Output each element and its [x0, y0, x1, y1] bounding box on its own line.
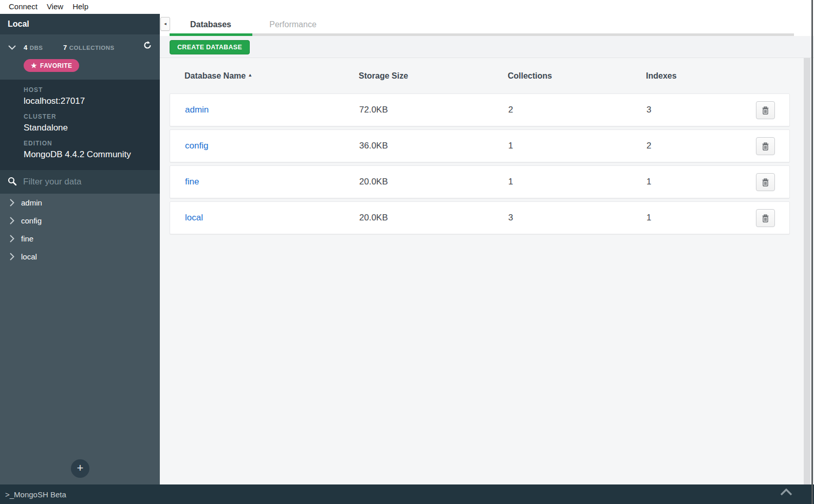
toolbar: CREATE DATABASE: [160, 36, 814, 58]
delete-database-button[interactable]: [756, 173, 775, 191]
sidebar-item-fine[interactable]: fine: [0, 230, 160, 248]
trash-icon: [762, 106, 769, 115]
sort-asc-icon: ▲: [248, 72, 252, 78]
tab-databases[interactable]: Databases: [170, 14, 252, 33]
tab-performance[interactable]: Performance: [252, 14, 334, 33]
column-database-name[interactable]: Database Name▲: [184, 68, 252, 85]
storage-size-value: 20.0KB: [359, 202, 388, 234]
menu-view[interactable]: View: [42, 0, 68, 14]
column-indexes[interactable]: Indexes: [646, 68, 677, 84]
indexes-value: 3: [646, 94, 651, 126]
main-panel: ◂ Databases Performance CREATE DATABASE …: [160, 14, 814, 484]
indexes-value: 1: [646, 166, 651, 198]
sidebar-item-config[interactable]: config: [0, 212, 160, 230]
cluster-value: Standalone: [24, 123, 160, 133]
menu-help[interactable]: Help: [68, 0, 93, 14]
mongosh-bar[interactable]: >_MongoSH Beta: [0, 484, 814, 504]
trash-icon: [762, 178, 769, 186]
host-label: HOST: [24, 86, 160, 94]
collections-value: 3: [508, 202, 513, 234]
chevron-right-icon: [10, 217, 14, 225]
storage-size-value: 36.0KB: [359, 130, 388, 162]
trash-icon: [762, 142, 769, 151]
sidebar-item-admin[interactable]: admin: [0, 194, 160, 212]
delete-database-button[interactable]: [756, 209, 775, 227]
filter-bar: [0, 170, 160, 194]
chevron-right-icon: [10, 199, 14, 207]
database-link[interactable]: config: [185, 130, 208, 162]
database-link[interactable]: fine: [185, 166, 199, 198]
favorite-label: FAVORITE: [40, 62, 72, 69]
database-link[interactable]: local: [185, 202, 203, 234]
column-storage-size[interactable]: Storage Size: [359, 68, 408, 84]
vertical-scrollbar[interactable]: [804, 58, 810, 484]
indexes-value: 2: [646, 130, 651, 162]
chevron-down-icon[interactable]: [8, 43, 16, 52]
connection-info-panel: HOST localhost:27017 CLUSTER Standalone …: [0, 80, 160, 170]
collections-label: COLLECTIONS: [69, 45, 115, 51]
sidebar: Local 4 DBS 7 COLLECTIONS ★ FAV: [0, 14, 160, 484]
sidebar-item-local[interactable]: local: [0, 248, 160, 266]
column-collections[interactable]: Collections: [508, 68, 552, 84]
edition-value: MongoDB 4.4.2 Community: [24, 150, 160, 160]
connection-title: Local: [0, 14, 160, 34]
tab-bar: Databases Performance: [160, 14, 814, 36]
host-value: localhost:27017: [24, 96, 160, 106]
chevron-up-icon[interactable]: [780, 489, 792, 497]
add-connection-button[interactable]: +: [71, 459, 89, 478]
search-icon: [8, 177, 16, 188]
storage-size-value: 72.0KB: [359, 94, 388, 126]
collections-value: 1: [508, 130, 513, 162]
chevron-right-icon: [10, 253, 14, 260]
storage-size-value: 20.0KB: [359, 166, 388, 198]
delete-database-button[interactable]: [756, 137, 775, 155]
edition-label: EDITION: [24, 140, 160, 147]
create-database-button[interactable]: CREATE DATABASE: [170, 40, 250, 54]
indexes-value: 1: [646, 202, 651, 234]
window-border: [811, 0, 813, 504]
sidebar-stats: 4 DBS 7 COLLECTIONS ★ FAVORITE: [0, 34, 160, 80]
dbs-label: DBS: [30, 45, 43, 51]
collections-value: 1: [508, 166, 513, 198]
collections-count: 7: [63, 44, 67, 51]
databases-table: Database Name▲ Storage Size Collections …: [160, 58, 814, 484]
cluster-label: CLUSTER: [24, 113, 160, 120]
table-row: config 36.0KB 1 2: [170, 129, 790, 162]
collections-value: 2: [508, 94, 513, 126]
delete-database-button[interactable]: [756, 101, 775, 119]
table-row: admin 72.0KB 2 3: [170, 94, 790, 126]
favorite-badge[interactable]: ★ FAVORITE: [24, 59, 79, 72]
chevron-right-icon: [10, 235, 14, 242]
star-icon: ★: [31, 62, 37, 69]
collapse-sidebar-button[interactable]: ◂: [160, 17, 170, 31]
refresh-icon[interactable]: [143, 41, 152, 51]
filter-input[interactable]: [23, 177, 141, 187]
table-row: local 20.0KB 3 1: [170, 201, 790, 234]
mongosh-label: >_MongoSH Beta: [5, 490, 66, 499]
trash-icon: [762, 214, 769, 222]
table-row: fine 20.0KB 1 1: [170, 165, 790, 198]
database-tree: admin config fine local: [0, 194, 160, 266]
dbs-count: 4: [24, 44, 27, 51]
database-link[interactable]: admin: [185, 94, 209, 126]
table-header: Database Name▲ Storage Size Collections …: [170, 68, 790, 84]
window-menu-bar: Connect View Help: [0, 0, 814, 14]
menu-connect[interactable]: Connect: [4, 0, 42, 14]
